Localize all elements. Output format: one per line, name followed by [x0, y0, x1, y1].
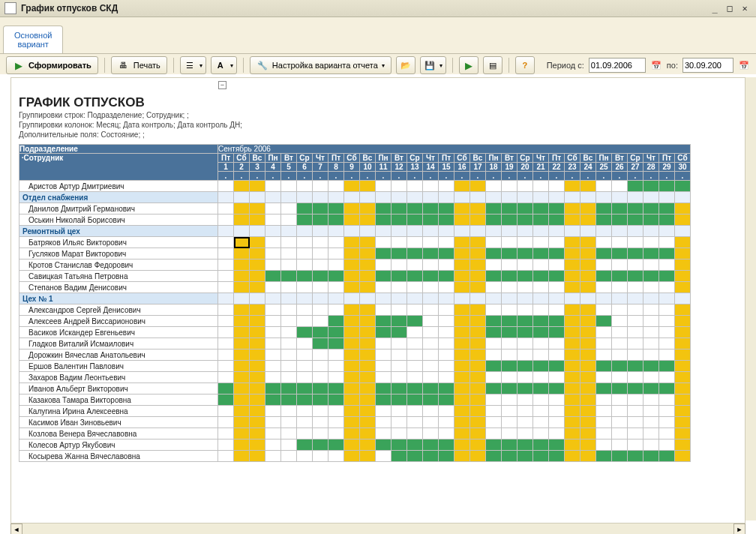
period-to-input[interactable] [682, 58, 734, 73]
tab-main-variant[interactable]: Основной вариант [3, 26, 63, 53]
close-button[interactable]: ✕ [738, 2, 752, 14]
play-icon: ▶ [13, 59, 25, 71]
play-icon: ▶ [463, 59, 475, 71]
separator [508, 58, 509, 73]
params-button[interactable]: ▤ [483, 56, 502, 74]
wrench-icon: 🔧 [256, 59, 268, 71]
save-icon: 💾 [424, 59, 436, 71]
separator [452, 58, 453, 73]
separator [104, 58, 105, 73]
save-button[interactable]: 💾▾ [420, 56, 446, 74]
window-title: График отпусков СКД [21, 3, 708, 14]
generate-button[interactable]: ▶ Сформировать [6, 56, 98, 74]
run-button[interactable]: ▶ [459, 56, 478, 74]
app-icon [4, 2, 16, 14]
list-icon: ☰ [184, 59, 196, 71]
form-icon: ▤ [487, 59, 499, 71]
generate-label: Сформировать [28, 61, 92, 70]
print-button[interactable]: 🖶 Печать [111, 56, 167, 74]
calendar-icon[interactable]: 📅 [650, 59, 662, 71]
separator [173, 58, 174, 73]
period-to-label: по: [667, 61, 678, 70]
period-from-label: Период с: [547, 61, 584, 70]
separator [243, 58, 244, 73]
folder-open-icon: 📂 [400, 59, 412, 71]
maximize-button[interactable]: □ [723, 2, 736, 14]
report-settings-button[interactable]: 🔧 Настройка варианта отчета ▾ [250, 56, 392, 74]
workspace: − ГРАФИК ОТПУСКОВ Группировки строк: Под… [0, 74, 756, 77]
print-label: Печать [134, 61, 160, 70]
minimize-button[interactable]: _ [708, 2, 722, 14]
calendar-icon[interactable]: 📅 [738, 59, 750, 71]
open-button[interactable]: 📂 [396, 56, 416, 74]
settings-label: Настройка варианта отчета [272, 61, 378, 70]
help-icon: ? [519, 59, 531, 71]
period-from-input[interactable] [589, 58, 646, 73]
titlebar: График отпусков СКД _ □ ✕ [0, 0, 756, 17]
font-button[interactable]: A▾ [211, 56, 237, 74]
list-button[interactable]: ☰▾ [180, 56, 206, 74]
font-icon: A [214, 59, 226, 71]
printer-icon: 🖶 [118, 59, 130, 71]
help-button[interactable]: ? [515, 56, 535, 74]
tab-bar: Основной вариант [0, 17, 756, 54]
